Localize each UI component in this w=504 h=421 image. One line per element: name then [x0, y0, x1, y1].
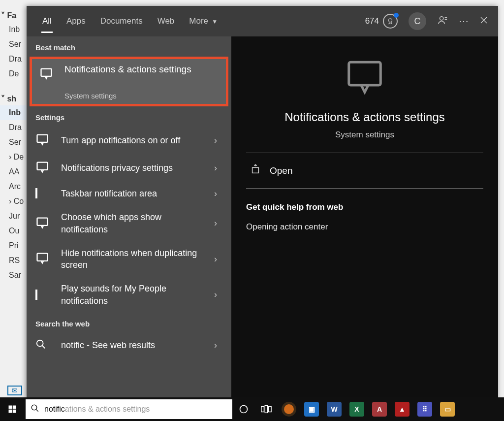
folder-item[interactable]: De — [0, 66, 30, 81]
folder-item[interactable]: Arc — [0, 179, 30, 194]
svg-point-14 — [32, 405, 37, 410]
close-icon[interactable] — [479, 16, 488, 27]
web-search-result-row[interactable]: notific - See web results › — [27, 333, 231, 357]
folder-group-favorites[interactable]: ˅ Fa — [0, 9, 30, 22]
svg-rect-18 — [269, 407, 272, 412]
best-match-title: Notifications & actions settings — [64, 63, 220, 76]
settings-header: Settings — [27, 106, 231, 127]
folder-item[interactable]: Pri — [0, 238, 30, 253]
tab-apps[interactable]: Apps — [61, 11, 92, 31]
folder-item[interactable]: Ser — [0, 37, 30, 52]
feedback-icon[interactable] — [437, 15, 448, 28]
settings-result-row[interactable]: Play sounds for My People notifications … — [27, 277, 231, 313]
taskbar-app-word[interactable]: W — [323, 397, 346, 421]
settings-result-row[interactable]: Taskbar notification area › — [27, 182, 231, 205]
open-label: Open — [270, 165, 292, 176]
taskbar-app-explorer[interactable]: ▭ — [436, 397, 459, 421]
start-search-panel: All Apps Documents Web More ▼ 674 C ⋯ Be… — [27, 6, 498, 400]
folder-item[interactable]: Ser — [0, 135, 30, 150]
search-icon — [31, 404, 39, 415]
mail-icon[interactable]: ✉ — [7, 386, 22, 395]
taskbar-icon — [35, 291, 55, 299]
settings-result-row[interactable]: Turn app notifications on or off › — [27, 127, 231, 154]
notification-icon — [35, 216, 55, 231]
result-title: notific - See web results — [61, 339, 203, 351]
tab-web[interactable]: Web — [152, 11, 181, 31]
open-action[interactable]: Open — [246, 153, 483, 189]
svg-rect-5 — [37, 218, 48, 225]
settings-results-list: Turn app notifications on or off › Notif… — [27, 127, 231, 313]
folder-item[interactable]: › De — [0, 150, 30, 164]
svg-rect-12 — [9, 410, 12, 413]
chevron-right-icon[interactable]: › — [209, 189, 222, 199]
search-detail-pane: Notifications & actions settings System … — [231, 36, 498, 400]
folder-item[interactable]: Jur — [0, 209, 30, 224]
best-match-header: Best match — [27, 36, 231, 57]
taskbar-app-teams[interactable]: ⠿ — [413, 397, 436, 421]
result-title: Choose which apps show notifications — [61, 211, 203, 235]
result-title: Taskbar notification area — [61, 188, 203, 199]
svg-point-0 — [389, 19, 392, 22]
folder-item[interactable]: Sar — [0, 268, 30, 283]
open-icon — [250, 164, 261, 177]
taskbar-app-firefox[interactable] — [278, 397, 300, 421]
best-match-result[interactable]: Notifications & actions settings System … — [30, 57, 228, 106]
svg-rect-13 — [13, 410, 16, 413]
detail-subtitle: System settings — [335, 130, 394, 140]
task-view-icon[interactable] — [255, 397, 278, 421]
chevron-right-icon[interactable]: › — [209, 340, 222, 351]
more-options-icon[interactable]: ⋯ — [459, 15, 469, 27]
notification-icon-large — [344, 55, 386, 99]
folder-item[interactable]: Inb — [0, 22, 30, 37]
result-title: Play sounds for My People notifications — [61, 283, 203, 307]
settings-result-row[interactable]: Notifications privacy settings › — [27, 154, 231, 182]
folder-item[interactable]: RS — [0, 253, 30, 268]
folder-item[interactable]: Ou — [0, 224, 30, 238]
svg-rect-4 — [37, 162, 48, 170]
chevron-right-icon[interactable]: › — [209, 290, 222, 300]
folder-item[interactable]: Inb — [0, 105, 30, 120]
chevron-right-icon[interactable]: › — [209, 163, 222, 173]
rewards-points[interactable]: 674 — [365, 14, 398, 29]
taskbar-app-excel[interactable]: X — [346, 397, 368, 421]
svg-point-15 — [240, 406, 248, 413]
taskbar-search-box[interactable]: notifications & actions settings — [26, 399, 232, 419]
search-autocomplete-suffix: ations & actions settings — [65, 405, 150, 414]
folder-item[interactable]: Dra — [0, 120, 30, 135]
taskbar-icon — [35, 189, 55, 198]
search-results-column: Best match Notifications & actions setti… — [27, 36, 231, 400]
svg-rect-9 — [252, 167, 259, 173]
medal-icon — [383, 14, 398, 29]
chevron-right-icon[interactable]: › — [209, 218, 222, 228]
notification-icon — [38, 65, 55, 82]
windows-taskbar: notifications & actions settings ▣ W X A… — [0, 397, 504, 421]
svg-rect-6 — [37, 254, 48, 261]
tab-more[interactable]: More ▼ — [183, 11, 223, 31]
folder-item[interactable]: Dra — [0, 52, 30, 66]
header-right: 674 C ⋯ — [365, 12, 488, 30]
chevron-down-icon: ▼ — [210, 18, 218, 25]
search-typed-text: notific — [44, 405, 65, 414]
taskbar-app-generic[interactable]: ▣ — [300, 397, 323, 421]
search-web-header: Search the web — [27, 313, 231, 333]
start-button[interactable] — [0, 397, 25, 421]
settings-result-row[interactable]: Hide notifications when duplicating scre… — [27, 241, 231, 277]
result-title: Hide notifications when duplicating scre… — [61, 247, 203, 271]
user-avatar[interactable]: C — [409, 12, 426, 30]
result-title: Notifications privacy settings — [61, 162, 203, 174]
detail-title: Notifications & actions settings — [284, 110, 445, 124]
tab-documents[interactable]: Documents — [94, 11, 149, 31]
taskbar-app-access[interactable]: A — [368, 397, 391, 421]
best-match-subtitle: System settings — [64, 92, 220, 100]
quick-help-link[interactable]: Opening action center — [246, 222, 483, 232]
chevron-right-icon[interactable]: › — [209, 135, 222, 146]
search-icon — [35, 339, 55, 352]
folder-item[interactable]: › Co — [0, 194, 30, 209]
taskbar-app-pdf[interactable]: ▲ — [391, 397, 413, 421]
folder-group-shared[interactable]: ˅ sh — [0, 92, 30, 105]
chevron-right-icon[interactable]: › — [209, 254, 222, 264]
folder-item[interactable]: AA — [0, 164, 30, 179]
settings-result-row[interactable]: Choose which apps show notifications › — [27, 205, 231, 241]
cortana-icon[interactable] — [232, 397, 255, 421]
tab-all[interactable]: All — [36, 11, 58, 31]
